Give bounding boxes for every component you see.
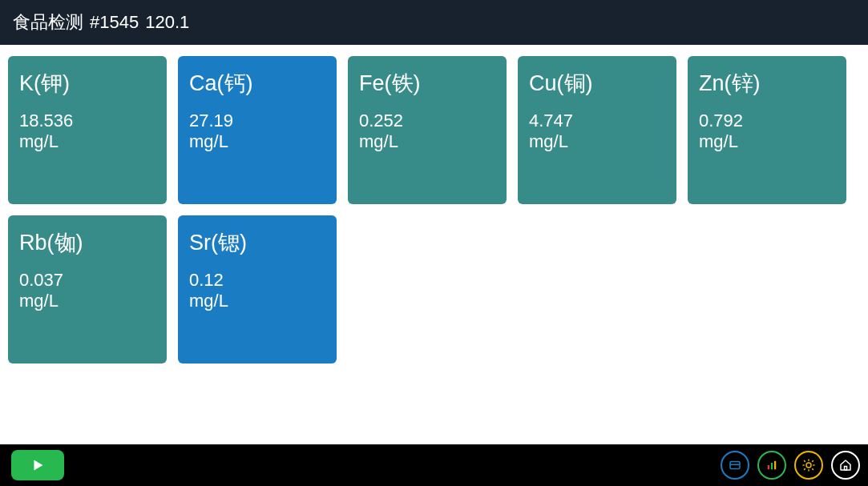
footer-bar bbox=[0, 444, 868, 486]
card-element-name: Fe(铁) bbox=[359, 69, 495, 98]
card-element-name: Ca(钙) bbox=[189, 69, 325, 98]
card-grid: K(钾)18.536mg/LCa(钙)27.19mg/LFe(铁)0.252mg… bbox=[0, 45, 868, 444]
header-id: #1545 bbox=[90, 12, 139, 33]
card-element-value: 18.536 bbox=[19, 110, 155, 131]
card-element-value: 27.19 bbox=[189, 110, 325, 131]
element-card[interactable]: Cu(铜)4.747mg/L bbox=[518, 56, 676, 204]
home-button[interactable] bbox=[831, 451, 860, 480]
card-element-value: 0.037 bbox=[19, 270, 155, 291]
bar-chart-icon bbox=[765, 458, 779, 472]
element-card[interactable]: Sr(锶)0.12mg/L bbox=[178, 215, 337, 363]
header-value: 120.1 bbox=[145, 12, 189, 33]
card-element-unit: mg/L bbox=[529, 131, 665, 152]
card-element-name: Sr(锶) bbox=[189, 228, 325, 257]
element-card[interactable]: Fe(铁)0.252mg/L bbox=[348, 56, 507, 204]
home-icon bbox=[838, 458, 853, 472]
card-element-unit: mg/L bbox=[359, 131, 495, 152]
card-element-unit: mg/L bbox=[189, 291, 325, 311]
svg-rect-4 bbox=[774, 461, 776, 470]
header-bar: 食品检测 #1545 120.1 bbox=[0, 0, 868, 45]
card-icon bbox=[728, 458, 742, 472]
card-element-name: Rb(铷) bbox=[19, 228, 155, 257]
settings-button[interactable] bbox=[794, 451, 823, 480]
card-element-value: 4.747 bbox=[529, 110, 665, 131]
card-element-unit: mg/L bbox=[19, 131, 155, 152]
card-element-value: 0.252 bbox=[359, 110, 495, 131]
footer-icons-group bbox=[721, 451, 860, 480]
card-element-unit: mg/L bbox=[699, 131, 835, 152]
card-element-unit: mg/L bbox=[189, 131, 325, 152]
element-card[interactable]: Ca(钙)27.19mg/L bbox=[178, 56, 337, 204]
svg-rect-2 bbox=[768, 465, 769, 469]
svg-rect-5 bbox=[845, 467, 847, 471]
card-element-value: 0.12 bbox=[189, 270, 325, 291]
gear-icon bbox=[801, 458, 816, 472]
card-element-name: Cu(铜) bbox=[529, 69, 665, 98]
element-card[interactable]: K(钾)18.536mg/L bbox=[8, 56, 167, 204]
element-card[interactable]: Zn(锌)0.792mg/L bbox=[688, 56, 846, 204]
card-view-button[interactable] bbox=[721, 451, 749, 480]
svg-rect-3 bbox=[771, 463, 773, 469]
play-button[interactable] bbox=[11, 450, 64, 480]
element-card[interactable]: Rb(铷)0.037mg/L bbox=[8, 215, 167, 363]
card-element-value: 0.792 bbox=[699, 110, 835, 131]
play-icon bbox=[29, 456, 46, 474]
chart-button[interactable] bbox=[757, 451, 786, 480]
card-element-name: Zn(锌) bbox=[699, 69, 835, 98]
card-element-name: K(钾) bbox=[19, 69, 155, 98]
header-title: 食品检测 bbox=[13, 10, 83, 34]
card-element-unit: mg/L bbox=[19, 291, 155, 311]
